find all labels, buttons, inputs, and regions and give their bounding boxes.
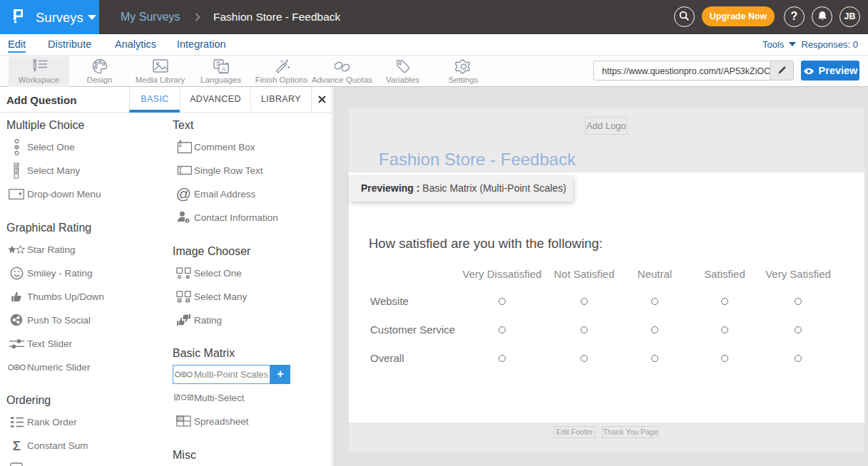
svg-text:@: @ xyxy=(176,187,191,202)
svg-text:A: A xyxy=(221,66,225,73)
svg-text:Σ: Σ xyxy=(12,439,20,452)
